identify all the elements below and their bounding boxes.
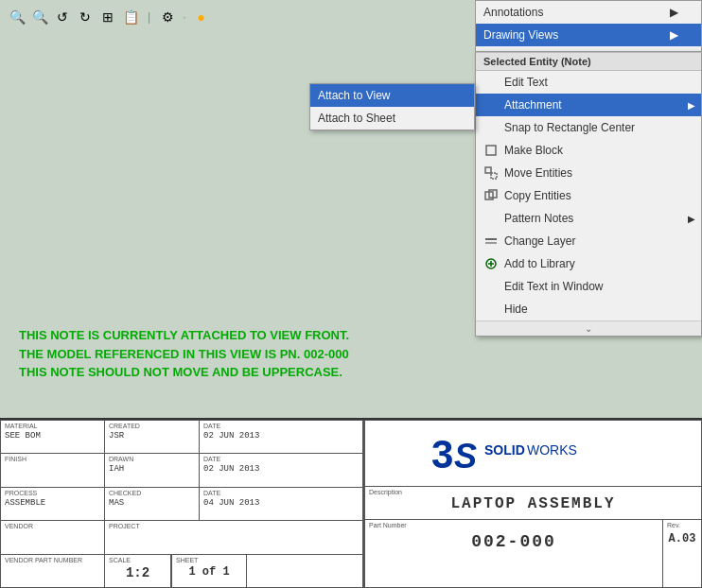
sun-icon[interactable]: ●: [191, 8, 210, 26]
note-text-block: THIS NOTE IS CURRENTLY ATTACHED TO VIEW …: [19, 326, 349, 382]
pattern-notes-label: Pattern Notes: [504, 212, 573, 225]
attach-to-sheet-item[interactable]: Attach to Sheet: [310, 107, 474, 130]
rev-label: Rev.: [667, 522, 697, 528]
section-header: Selected Entity (Note): [476, 52, 701, 71]
menu-item-edit-text-window[interactable]: Edit Text in Window: [476, 275, 701, 298]
scale-label: Scale: [109, 557, 167, 563]
drawn-label: Drawn: [109, 456, 195, 462]
rev-cell: Rev. A.03: [663, 520, 701, 587]
date1-value: 02 JUN 2013: [203, 431, 359, 441]
zoom-in-icon[interactable]: 🔍: [8, 8, 26, 26]
vendor-part-cell: Vendor Part Number: [1, 555, 105, 587]
menu-item-attachment[interactable]: Attachment ▶: [476, 94, 701, 116]
logo-area: 3 S SOLID WORKS: [365, 421, 701, 487]
make-block-icon: [483, 143, 499, 158]
menu-item-hide[interactable]: Hide: [476, 298, 701, 320]
hide-icon: [483, 302, 499, 317]
attachment-arrow: ▶: [688, 100, 695, 111]
process-value: ASSEMBLE: [5, 498, 100, 508]
annotations-label: Annotations: [483, 6, 543, 19]
make-block-label: Make Block: [504, 144, 563, 157]
toolbar: 🔍 🔍 ↺ ↻ ⊞ 📋 | ⚙ · ●: [0, 0, 464, 34]
menu-item-drawing-views[interactable]: Drawing Views ▶: [476, 24, 701, 46]
menu-item-annotations[interactable]: Annotations ▶: [476, 1, 701, 24]
menu-item-change-layer[interactable]: Change Layer: [476, 230, 701, 252]
date2-label: Date: [203, 456, 359, 462]
rotate-left-icon[interactable]: ↺: [53, 8, 72, 26]
drawing-views-arrow: ▶: [670, 28, 678, 42]
date2-value: 02 JUN 2013: [203, 464, 359, 474]
edit-text-icon: [483, 75, 499, 90]
pattern-notes-icon: [483, 211, 499, 226]
menu-item-move-entities[interactable]: Move Entities: [476, 162, 701, 184]
zoom-out-icon[interactable]: 🔍: [30, 8, 49, 26]
vendor-part-label: Vendor Part Number: [5, 557, 100, 563]
scale-value: 1:2: [109, 565, 167, 580]
menu-item-snap[interactable]: Snap to Rectangle Center: [476, 116, 701, 139]
edit-text-label: Edit Text: [504, 76, 548, 89]
svg-text:WORKS: WORKS: [527, 442, 577, 458]
drawing-area: [0, 34, 464, 346]
created-label: Created: [109, 423, 195, 429]
copy-icon[interactable]: ⊞: [98, 8, 117, 26]
svg-rect-10: [485, 242, 497, 244]
edit-text-window-label: Edit Text in Window: [504, 280, 604, 293]
annotations-arrow: ▶: [670, 6, 678, 19]
attachment-icon: [483, 97, 499, 112]
svg-rect-9: [485, 238, 497, 240]
note-line-2-pn: 002-000: [304, 347, 349, 361]
material-value: SEE BOM: [5, 431, 100, 441]
part-number-row: Part Number 002-000 Rev. A.03: [365, 520, 701, 587]
material-label: Material: [5, 423, 100, 429]
move-entities-icon: [483, 165, 499, 181]
vendor-label: Vendor: [5, 523, 100, 529]
menu-item-add-library[interactable]: Add to Library: [476, 252, 701, 275]
created-cell: Created JSR: [105, 421, 200, 453]
copy-entities-label: Copy Entities: [504, 189, 571, 202]
copy-entities-icon: [483, 188, 499, 203]
move-entities-label: Move Entities: [504, 166, 572, 180]
part-number-bottom-cell: [247, 555, 363, 587]
snap-label: Snap to Rectangle Center: [504, 121, 635, 134]
date2-cell: Date 02 JUN 2013: [200, 454, 363, 486]
hide-label: Hide: [504, 303, 528, 316]
menu-item-copy-entities[interactable]: Copy Entities: [476, 184, 701, 207]
menu-item-pattern-notes[interactable]: Pattern Notes ▶: [476, 207, 701, 230]
sheet-label: Sheet: [176, 557, 242, 563]
material-cell: Material SEE BOM: [1, 421, 105, 453]
date3-cell: Date 04 JUN 2013: [200, 488, 363, 520]
process-cell: Process ASSEMBLE: [1, 488, 105, 520]
vendor-cell: Vendor: [1, 521, 105, 553]
project-cell: Project: [105, 521, 363, 553]
checked-label: Checked: [109, 490, 195, 496]
created-value: JSR: [109, 431, 195, 441]
part-number-value: 002-000: [369, 532, 658, 551]
part-number-label: Part Number: [369, 522, 658, 528]
menu-item-edit-text[interactable]: Edit Text: [476, 71, 701, 94]
settings-icon[interactable]: ⚙: [158, 8, 177, 26]
assembly-name: LAPTOP ASSEMBLY: [369, 495, 697, 512]
process-label: Process: [5, 490, 100, 496]
rev-value: A.03: [667, 532, 697, 545]
date3-value: 04 JUN 2013: [203, 498, 359, 508]
title-block: Material SEE BOM Created JSR Date 02 JUN…: [0, 418, 702, 588]
solidworks-logo-svg: 3 S SOLID WORKS: [430, 430, 638, 477]
note-line-2-part1: THE MODEL REFERENCED IN THIS VIEW IS PN.: [19, 347, 304, 361]
menu-item-make-block[interactable]: Make Block: [476, 139, 701, 162]
date1-cell: Date 02 JUN 2013: [200, 421, 363, 453]
attach-to-view-label: Attach to View: [318, 89, 391, 102]
rotate-right-icon[interactable]: ↻: [76, 8, 95, 26]
description-area: Description LAPTOP ASSEMBLY: [365, 487, 701, 520]
svg-rect-5: [485, 167, 491, 173]
pattern-notes-arrow: ▶: [688, 214, 695, 224]
scroll-indicator: ⌄: [476, 320, 701, 336]
add-library-icon: [483, 256, 499, 271]
svg-rect-4: [486, 146, 496, 155]
drawn-cell: Drawn IAH: [105, 454, 200, 486]
sheet-cell: Sheet 1 of 1: [171, 555, 247, 587]
paste-icon[interactable]: 📋: [121, 8, 140, 26]
sheet-value: 1 of 1: [176, 565, 242, 579]
attach-to-view-item[interactable]: Attach to View: [310, 84, 474, 107]
attachment-submenu: Attach to View Attach to Sheet: [309, 83, 475, 130]
finish-cell: Finish: [1, 454, 105, 486]
